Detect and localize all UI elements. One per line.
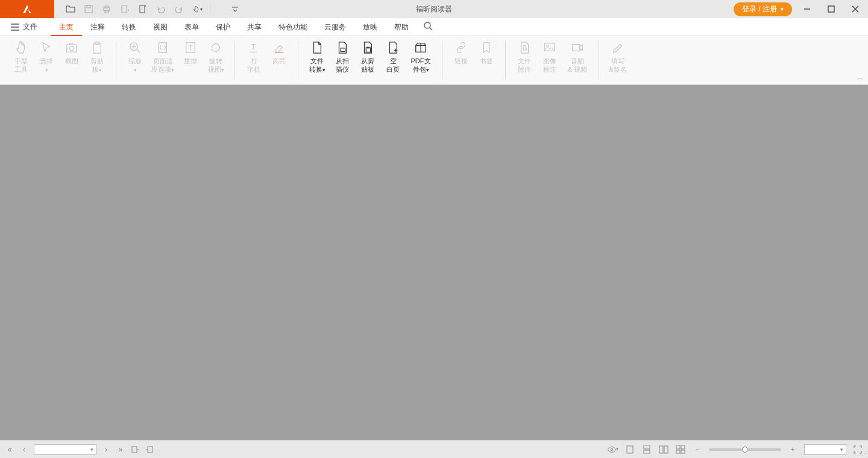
last-page-button[interactable]: » xyxy=(116,445,125,454)
continuous-facing-icon[interactable] xyxy=(675,444,686,455)
from-scanner-button[interactable]: 从扫 描仪 xyxy=(330,40,355,74)
zoom-in-button[interactable]: + xyxy=(787,444,798,455)
highlighter-icon xyxy=(271,41,288,54)
tab-extras[interactable]: 特色功能 xyxy=(270,18,316,36)
paperclip-icon xyxy=(516,41,533,54)
svg-rect-41 xyxy=(676,450,680,454)
svg-rect-14 xyxy=(93,43,101,54)
maximize-button[interactable] xyxy=(822,0,840,18)
chevron-down-icon: ▾ xyxy=(840,447,843,453)
bookmark-button: 书签 xyxy=(474,40,499,65)
audio-video-button: 音频 & 视频 xyxy=(562,40,593,74)
resize-grip: ⋰⋰ xyxy=(857,450,867,457)
prev-view-button[interactable] xyxy=(130,445,140,454)
typewriter-button: T打 字机 xyxy=(241,40,266,74)
page-next-icon[interactable] xyxy=(119,4,130,14)
tab-comment[interactable]: 注释 xyxy=(82,18,113,36)
zoom-slider[interactable] xyxy=(709,448,781,451)
close-button[interactable] xyxy=(846,0,864,18)
chevron-down-icon: ▾ xyxy=(90,447,93,453)
collapse-ribbon-icon[interactable]: ︿ xyxy=(857,74,863,82)
tab-help[interactable]: 帮助 xyxy=(386,18,417,36)
svg-line-10 xyxy=(430,28,432,30)
hamburger-icon xyxy=(11,24,19,31)
from-clipboard-button[interactable]: 从剪 贴板 xyxy=(355,40,380,74)
svg-rect-39 xyxy=(676,445,680,449)
tab-present[interactable]: 放映 xyxy=(354,18,386,36)
svg-rect-42 xyxy=(681,450,685,454)
print-icon[interactable] xyxy=(101,4,112,14)
blank-page-icon xyxy=(385,41,401,54)
clipboard-button: 剪贴 板▾ xyxy=(84,40,110,74)
file-icon xyxy=(309,41,326,54)
file-convert-button[interactable]: 文件 转换▾ xyxy=(304,40,330,74)
search-icon[interactable] xyxy=(423,21,435,33)
svg-rect-23 xyxy=(341,48,345,52)
reflow-button: T重排 xyxy=(178,40,203,65)
save-icon[interactable] xyxy=(83,4,94,14)
chevron-down-icon: ▾ xyxy=(781,6,784,12)
tab-protect[interactable]: 保护 xyxy=(207,18,239,36)
svg-rect-0 xyxy=(85,5,92,13)
status-bar: « ‹ ▾ › » ▾ − + ▾ ⋰⋰ xyxy=(0,440,868,458)
login-label: 登录 / 注册 xyxy=(742,4,777,14)
redo-icon[interactable] xyxy=(174,4,184,14)
page-fit-button: 页面适 应选项▾ xyxy=(148,40,178,74)
pencil-icon xyxy=(609,41,626,54)
image-annot-button: 图像 标注 xyxy=(537,40,562,74)
fill-sign-button: 填写 &签名 xyxy=(605,40,631,74)
rotate-icon xyxy=(207,41,224,54)
image-icon xyxy=(541,41,558,54)
zoom-icon xyxy=(127,41,143,54)
camera-icon xyxy=(63,41,80,54)
page-add-icon[interactable] xyxy=(137,4,148,14)
tab-form[interactable]: 表单 xyxy=(176,18,207,36)
qat-dropdown-icon[interactable] xyxy=(230,4,241,14)
next-view-button[interactable] xyxy=(145,445,154,454)
svg-rect-3 xyxy=(105,6,108,8)
svg-rect-36 xyxy=(644,450,650,454)
minimize-button[interactable] xyxy=(798,0,816,18)
document-area xyxy=(0,85,868,440)
touch-icon[interactable]: ▾ xyxy=(192,4,203,14)
svg-rect-34 xyxy=(627,446,633,453)
typewriter-icon: T xyxy=(245,41,262,54)
open-icon[interactable] xyxy=(65,4,76,14)
continuous-icon[interactable] xyxy=(641,444,652,455)
single-page-icon[interactable] xyxy=(624,444,635,455)
first-page-button[interactable]: « xyxy=(5,445,14,454)
zoom-input[interactable]: ▾ xyxy=(804,444,846,455)
svg-rect-38 xyxy=(664,446,668,453)
next-page-button[interactable]: › xyxy=(101,445,111,454)
tab-share[interactable]: 共享 xyxy=(239,18,270,36)
app-logo xyxy=(0,0,54,18)
facing-icon[interactable] xyxy=(658,444,669,455)
read-mode-icon[interactable]: ▾ xyxy=(608,444,618,455)
attachment-button: 文件 附件 xyxy=(512,40,537,74)
svg-text:T: T xyxy=(251,42,256,51)
app-title: 福昕阅读器 xyxy=(416,4,452,14)
file-menu[interactable]: 文件 xyxy=(11,22,37,32)
tab-convert[interactable]: 转换 xyxy=(113,18,145,36)
pdf-package-button[interactable]: PDF文 件包▾ xyxy=(406,40,436,74)
hand-icon xyxy=(13,41,30,54)
screenshot-button: 截图 xyxy=(59,40,84,65)
prev-page-button[interactable]: ‹ xyxy=(19,445,29,454)
title-bar: ▾ 福昕阅读器 登录 / 注册 ▾ xyxy=(0,0,868,18)
tab-home[interactable]: 主页 xyxy=(51,18,82,36)
tab-view[interactable]: 视图 xyxy=(145,18,176,36)
blank-page-button[interactable]: 空 白页 xyxy=(380,40,406,74)
page-number-input[interactable]: ▾ xyxy=(34,444,96,455)
zoom-thumb[interactable] xyxy=(742,447,748,453)
titlebar-right: 登录 / 注册 ▾ xyxy=(734,0,868,18)
zoom-button: 缩放▾ xyxy=(122,40,148,74)
tab-cloud[interactable]: 云服务 xyxy=(316,18,354,36)
svg-rect-8 xyxy=(828,6,834,12)
hand-tool-button: 手型 工具 xyxy=(8,40,34,74)
svg-rect-37 xyxy=(659,446,663,453)
undo-icon[interactable] xyxy=(156,4,166,14)
zoom-out-button[interactable]: − xyxy=(692,444,703,455)
login-button[interactable]: 登录 / 注册 ▾ xyxy=(734,2,792,16)
svg-rect-30 xyxy=(132,447,137,453)
svg-rect-13 xyxy=(69,43,72,45)
